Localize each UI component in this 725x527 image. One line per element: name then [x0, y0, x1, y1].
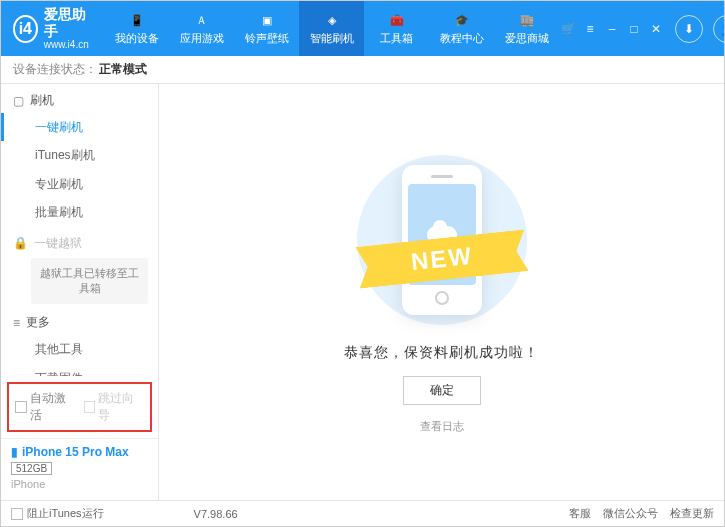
- sidebar-item-firmware[interactable]: 下载固件: [1, 364, 158, 376]
- store-icon: 🏬: [518, 11, 536, 29]
- lock-icon: 🔒: [13, 236, 28, 250]
- sidebar-group-flash[interactable]: ▢刷机: [1, 84, 158, 113]
- app-name: 爱思助手: [44, 6, 92, 40]
- sidebar-item-itunes[interactable]: iTunes刷机: [1, 141, 158, 169]
- tutorial-icon: 🎓: [453, 11, 471, 29]
- footer: 阻止iTunes运行 V7.98.66 客服 微信公众号 检查更新: [1, 500, 724, 526]
- device-name: iPhone 15 Pro Max: [22, 445, 129, 459]
- status-value: 正常模式: [99, 61, 147, 78]
- cart-icon[interactable]: 🛒: [559, 20, 577, 38]
- download-icon[interactable]: ⬇: [675, 15, 703, 43]
- jailbreak-note: 越狱工具已转移至工具箱: [31, 258, 148, 305]
- wallpaper-icon: ▣: [258, 11, 276, 29]
- success-message: 恭喜您，保资料刷机成功啦！: [344, 344, 539, 362]
- nav-my-device[interactable]: 📱我的设备: [104, 1, 169, 56]
- nav-store[interactable]: 🏬爱思商城: [494, 1, 559, 56]
- checkbox-block-itunes[interactable]: 阻止iTunes运行: [11, 506, 104, 521]
- checkbox-skip-wizard: 跳过向导: [84, 390, 145, 424]
- close-icon[interactable]: ✕: [647, 20, 665, 38]
- header: i4 爱思助手 www.i4.cn 📱我的设备 Ａ应用游戏 ▣铃声壁纸 ◈智能刷…: [1, 1, 724, 56]
- status-label: 设备连接状态：: [13, 61, 97, 78]
- toolbox-icon: 🧰: [388, 11, 406, 29]
- footer-service[interactable]: 客服: [569, 506, 591, 521]
- logo[interactable]: i4 爱思助手 www.i4.cn: [1, 6, 104, 52]
- nav-flash[interactable]: ◈智能刷机: [299, 1, 364, 56]
- options-box: 自动激活 跳过向导: [7, 382, 152, 432]
- status-bar: 设备连接状态： 正常模式: [1, 56, 724, 84]
- menu-icon[interactable]: ≡: [581, 20, 599, 38]
- main-content: NEW 恭喜您，保资料刷机成功啦！ 确定 查看日志: [159, 84, 724, 500]
- nav-ringtones[interactable]: ▣铃声壁纸: [234, 1, 299, 56]
- sidebar-item-batch[interactable]: 批量刷机: [1, 198, 158, 226]
- device-kind: iPhone: [11, 478, 148, 490]
- sidebar-group-jailbreak: 🔒一键越狱: [1, 227, 158, 256]
- list-icon: ≡: [13, 316, 20, 330]
- minimize-icon[interactable]: –: [603, 20, 621, 38]
- flash-icon: ◈: [323, 11, 341, 29]
- footer-wechat[interactable]: 微信公众号: [603, 506, 658, 521]
- sidebar-item-pro[interactable]: 专业刷机: [1, 170, 158, 198]
- app-url: www.i4.cn: [44, 39, 92, 51]
- view-log-link[interactable]: 查看日志: [420, 419, 464, 434]
- nav-tutorials[interactable]: 🎓教程中心: [429, 1, 494, 56]
- footer-update[interactable]: 检查更新: [670, 506, 714, 521]
- apps-icon: Ａ: [193, 11, 211, 29]
- nav-toolbox[interactable]: 🧰工具箱: [364, 1, 429, 56]
- version-label: V7.98.66: [194, 508, 238, 520]
- sidebar-item-other[interactable]: 其他工具: [1, 335, 158, 363]
- phone-icon: ▮: [11, 445, 18, 459]
- success-illustration: NEW: [352, 150, 532, 330]
- top-nav: 📱我的设备 Ａ应用游戏 ▣铃声壁纸 ◈智能刷机 🧰工具箱 🎓教程中心 🏬爱思商城: [104, 1, 559, 56]
- nav-apps[interactable]: Ａ应用游戏: [169, 1, 234, 56]
- maximize-icon[interactable]: □: [625, 20, 643, 38]
- device-icon: 📱: [128, 11, 146, 29]
- sidebar-item-onekey[interactable]: 一键刷机: [1, 113, 158, 141]
- device-info: ▮iPhone 15 Pro Max 512GB iPhone: [1, 438, 158, 500]
- ok-button[interactable]: 确定: [403, 376, 481, 405]
- checkbox-auto-activate[interactable]: 自动激活: [15, 390, 76, 424]
- logo-icon: i4: [13, 15, 38, 43]
- sidebar-group-more[interactable]: ≡更多: [1, 306, 158, 335]
- device-storage: 512GB: [11, 462, 52, 475]
- sidebar: ▢刷机 一键刷机 iTunes刷机 专业刷机 批量刷机 🔒一键越狱 越狱工具已转…: [1, 84, 159, 500]
- user-icon[interactable]: 👤: [713, 15, 725, 43]
- square-icon: ▢: [13, 94, 24, 108]
